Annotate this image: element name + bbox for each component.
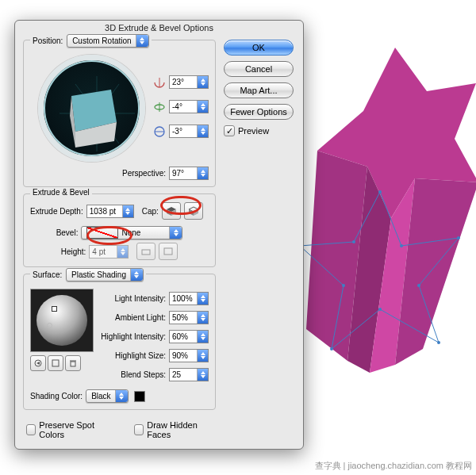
ambient-light-input[interactable] (169, 311, 209, 324)
svg-marker-4 (395, 178, 476, 365)
svg-point-13 (342, 284, 345, 287)
map-art-button[interactable]: Map Art... (224, 82, 294, 98)
light-new-button[interactable] (48, 355, 63, 371)
height-label: Height: (61, 247, 86, 256)
perspective-input[interactable] (169, 167, 209, 180)
axis-y-icon (153, 101, 166, 113)
light-delete-button[interactable] (65, 355, 81, 371)
svg-rect-38 (71, 362, 75, 366)
svg-point-7 (400, 244, 403, 247)
perspective-label: Perspective: (122, 169, 166, 178)
watermark-text: 查字典 | jiaocheng.chazidian.com 教程网 (315, 460, 473, 472)
fewer-options-button[interactable]: Fewer Options (224, 104, 294, 120)
rotation-cube-preview[interactable] (38, 55, 145, 162)
svg-rect-37 (52, 360, 59, 366)
preview-label: Preview (238, 126, 269, 136)
position-label: Position: (33, 36, 63, 45)
preview-checkbox[interactable]: ✓ Preview (224, 125, 295, 136)
preserve-spot-colors-label: Preserve Spot Colors (39, 420, 110, 439)
shading-color-swatch[interactable] (134, 391, 145, 402)
svg-rect-35 (164, 248, 172, 255)
highlight-size-label: Highlight Size: (115, 351, 166, 360)
angle-x-input[interactable] (169, 75, 209, 89)
position-popup[interactable]: Custom Rotation (67, 34, 148, 48)
blend-steps-input[interactable] (169, 368, 209, 381)
surface-label: Surface: (33, 270, 62, 279)
section-surface: Surface: Plastic Shading (23, 274, 216, 410)
cap-label: Cap: (142, 207, 159, 216)
blend-steps-label: Blend Steps: (121, 370, 166, 379)
angle-y-input[interactable] (169, 100, 209, 113)
ambient-light-label: Ambient Light: (115, 313, 166, 322)
svg-point-11 (378, 308, 382, 311)
surface-popup[interactable]: Plastic Shading (66, 268, 144, 282)
light-sphere-preview[interactable] (30, 289, 94, 352)
svg-point-15 (352, 240, 355, 243)
svg-point-12 (330, 347, 333, 351)
star-3d-graphic (300, 44, 476, 385)
axis-x-icon (153, 76, 166, 89)
axis-z-icon (153, 125, 166, 138)
cancel-button[interactable]: Cancel (224, 61, 294, 77)
svg-marker-0 (317, 48, 476, 218)
bevel-out-button[interactable] (159, 243, 178, 260)
shading-color-label: Shading Color: (30, 392, 83, 400)
preserve-spot-colors-checkbox[interactable]: Preserve Spot Colors (26, 420, 110, 439)
annotation-circle-perspective (160, 196, 202, 215)
section-position: Position: Custom Rotation (23, 40, 216, 187)
draw-hidden-faces-label: Draw Hidden Faces (147, 420, 213, 439)
shading-color-popup[interactable]: Black (86, 389, 128, 403)
highlight-size-input[interactable] (169, 349, 209, 362)
svg-marker-5 (300, 192, 459, 349)
extrude-depth-label: Extrude Depth: (30, 207, 83, 216)
bevel-in-button[interactable] (136, 243, 155, 260)
height-input[interactable] (89, 245, 129, 259)
ok-button[interactable]: OK (224, 40, 294, 56)
light-back-button[interactable] (30, 355, 46, 371)
annotation-circle-depth (86, 226, 132, 245)
svg-marker-3 (370, 178, 415, 373)
dialog-3d-extrude-bevel: 3D Extrude & Bevel Options Position: Cus… (14, 20, 304, 450)
svg-rect-34 (142, 250, 150, 255)
svg-point-8 (457, 236, 460, 239)
svg-marker-1 (306, 151, 367, 361)
angle-z-input[interactable] (169, 124, 209, 138)
extrude-bevel-title: Extrude & Bevel (30, 188, 92, 197)
svg-marker-2 (347, 167, 391, 373)
extrude-depth-input[interactable] (86, 205, 134, 218)
bevel-label: Bevel: (56, 228, 79, 237)
highlight-intensity-label: Highlight Intensity: (101, 332, 166, 341)
svg-point-9 (417, 284, 420, 287)
highlight-intensity-input[interactable] (169, 330, 209, 343)
light-intensity-input[interactable] (169, 292, 209, 305)
draw-hidden-faces-checkbox[interactable]: Draw Hidden Faces (134, 420, 213, 439)
svg-point-6 (378, 190, 382, 193)
svg-point-10 (437, 341, 440, 344)
light-intensity-label: Light Intensity: (115, 294, 166, 303)
